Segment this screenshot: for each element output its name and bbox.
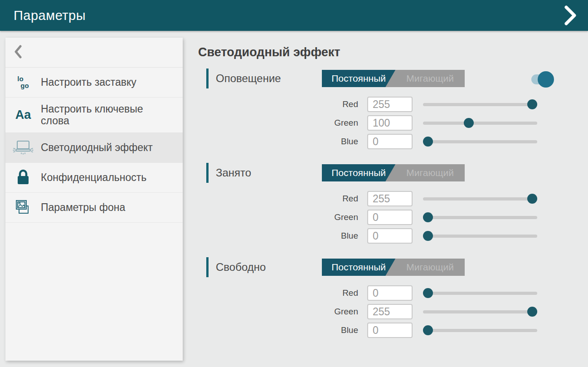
sidebar-item-privacy[interactable]: Конфиденциальность	[5, 163, 183, 193]
red-value-input[interactable]	[367, 97, 413, 112]
green-value-input[interactable]	[367, 115, 413, 131]
mode-toggle: Постоянный Мигающий	[322, 70, 465, 87]
red-value-input[interactable]	[367, 285, 413, 301]
mode-option-blinking[interactable]: Мигающий	[395, 164, 465, 181]
slider-thumb[interactable]	[527, 194, 537, 204]
chevron-right-icon[interactable]	[564, 5, 576, 25]
blue-slider[interactable]	[423, 329, 537, 332]
section-busy: Занято Постоянный Мигающий Red Green Blu…	[198, 163, 588, 244]
logo-icon: logo	[5, 76, 41, 89]
keywords-aa-icon: Aa	[5, 108, 41, 122]
section-label: Занято	[216, 166, 251, 179]
section-accent-bar	[206, 69, 209, 88]
slider-thumb[interactable]	[423, 137, 433, 147]
slider-thumb[interactable]	[423, 288, 433, 298]
green-label: Green	[198, 307, 358, 317]
sidebar: logo Настроить заставку Aa Настроить клю…	[5, 38, 183, 361]
red-label: Red	[198, 194, 358, 204]
blue-label: Blue	[198, 325, 358, 335]
slider-thumb[interactable]	[423, 325, 433, 335]
green-value-input[interactable]	[367, 304, 413, 319]
rgb-row-green: Green	[198, 115, 588, 131]
rgb-row-red: Red	[198, 97, 588, 112]
slider-thumb[interactable]	[464, 118, 474, 128]
sidebar-item-keywords[interactable]: Aa Настроить ключевые слова	[5, 98, 183, 133]
led-screen-icon	[5, 139, 41, 156]
slider-thumb[interactable]	[527, 99, 537, 109]
mode-option-constant[interactable]: Постоянный	[322, 70, 395, 87]
rgb-row-blue: Blue	[198, 323, 588, 338]
page-title: Светодиодный эффект	[198, 45, 588, 59]
section-accent-bar	[206, 163, 209, 183]
green-slider[interactable]	[423, 310, 537, 313]
blue-value-input[interactable]	[367, 323, 413, 338]
section-notification: Оповещение Постоянный Мигающий Red Green	[198, 69, 588, 149]
app-title: Параметры	[14, 8, 86, 23]
rgb-row-blue: Blue	[198, 228, 588, 244]
rgb-row-red: Red	[198, 285, 588, 301]
blue-slider[interactable]	[423, 235, 537, 238]
slider-thumb[interactable]	[423, 231, 433, 241]
sidebar-item-background[interactable]: Параметры фона	[5, 193, 183, 223]
main-panel: Светодиодный эффект Оповещение Постоянны…	[198, 31, 588, 367]
section-accent-bar	[206, 257, 209, 277]
blue-label: Blue	[198, 137, 358, 147]
section-label: Свободно	[216, 261, 266, 274]
sidebar-item-label: Светодиодный эффект	[41, 136, 157, 159]
mode-option-constant[interactable]: Постоянный	[322, 164, 395, 181]
blue-label: Blue	[198, 231, 358, 241]
section-label: Оповещение	[216, 72, 281, 85]
red-label: Red	[198, 288, 358, 298]
red-value-input[interactable]	[367, 191, 413, 206]
sidebar-item-label: Конфиденциальность	[41, 166, 151, 189]
slider-thumb[interactable]	[527, 307, 537, 317]
sidebar-item-label: Параметры фона	[41, 196, 130, 219]
mode-option-constant[interactable]: Постоянный	[322, 259, 395, 276]
rgb-row-blue: Blue	[198, 134, 588, 149]
sidebar-item-led-effect[interactable]: Светодиодный эффект	[5, 133, 183, 163]
rgb-row-red: Red	[198, 191, 588, 206]
section-free: Свободно Постоянный Мигающий Red Green B…	[198, 257, 588, 338]
red-label: Red	[198, 99, 358, 109]
blue-value-input[interactable]	[367, 134, 413, 149]
green-slider[interactable]	[423, 216, 537, 219]
red-slider[interactable]	[423, 103, 537, 106]
red-slider[interactable]	[423, 197, 537, 201]
green-label: Green	[198, 212, 358, 222]
green-value-input[interactable]	[367, 210, 413, 225]
switch-thumb	[538, 71, 554, 88]
rgb-row-green: Green	[198, 210, 588, 225]
sidebar-collapse-button[interactable]	[5, 38, 183, 68]
slider-thumb[interactable]	[423, 212, 433, 222]
mode-option-blinking[interactable]: Мигающий	[395, 70, 465, 87]
rgb-row-green: Green	[198, 304, 588, 319]
sidebar-item-screensaver[interactable]: logo Настроить заставку	[5, 68, 183, 98]
red-slider[interactable]	[423, 292, 537, 295]
background-images-icon	[5, 199, 41, 216]
green-slider[interactable]	[423, 122, 537, 125]
sidebar-item-label: Настроить заставку	[41, 71, 141, 93]
mode-toggle: Постоянный Мигающий	[322, 164, 465, 181]
blue-slider[interactable]	[423, 140, 537, 143]
mode-toggle: Постоянный Мигающий	[322, 259, 465, 276]
top-bar: Параметры	[0, 0, 588, 31]
blue-value-input[interactable]	[367, 228, 413, 244]
mode-option-blinking[interactable]: Мигающий	[395, 259, 465, 276]
chevron-left-icon	[15, 45, 22, 60]
lock-icon	[5, 169, 41, 186]
green-label: Green	[198, 118, 358, 128]
notification-led-switch[interactable]	[531, 74, 549, 84]
sidebar-item-label: Настроить ключевые слова	[41, 98, 154, 132]
